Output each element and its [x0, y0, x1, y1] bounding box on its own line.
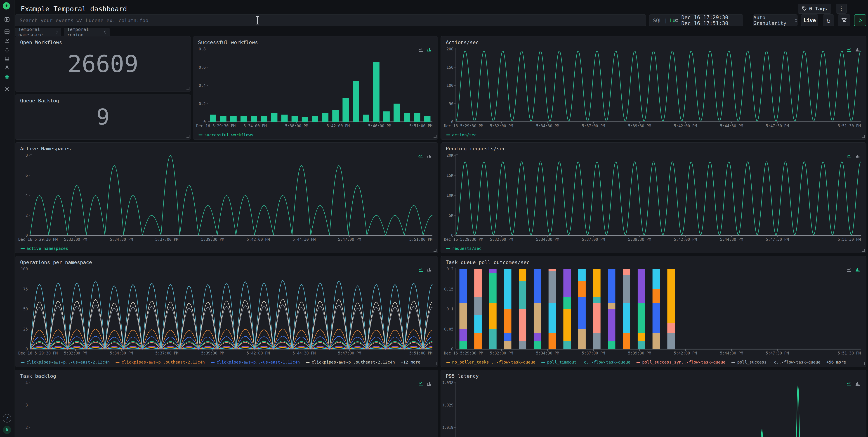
resize-handle[interactable] — [862, 249, 865, 252]
tags-button[interactable]: 0 Tags — [798, 4, 831, 13]
chart-area[interactable]: 00.050.10.150.2Dec 16 5:29:30 PM5:32:00 … — [442, 266, 864, 356]
chart-area[interactable]: 43210 — [17, 380, 436, 437]
bar[interactable] — [302, 117, 308, 122]
legend-item[interactable]: clickpipes-aws-p..-us-east-2.12c4n — [21, 360, 110, 365]
sidebar-item-dashboard-grid[interactable] — [2, 72, 11, 82]
series-line[interactable] — [30, 305, 432, 349]
stacked-bar-segment[interactable] — [667, 333, 675, 349]
sidebar-item-panel-collapse[interactable] — [2, 15, 11, 24]
stacked-bar-segment[interactable] — [459, 341, 467, 349]
bar[interactable] — [261, 116, 267, 122]
stacked-bar-segment[interactable] — [638, 269, 645, 303]
chart-area[interactable]: 0255075100Dec 16 5:29:30 PM5:32:00 PM5:3… — [17, 266, 436, 356]
chart-area[interactable]: 05K10K15K20KDec 16 5:29:30 PM5:32:00 PM5… — [442, 153, 864, 242]
stacked-bar-segment[interactable] — [638, 303, 645, 333]
resize-handle[interactable] — [862, 363, 865, 365]
stacked-bar-segment[interactable] — [519, 269, 526, 281]
stacked-bar-segment[interactable] — [623, 303, 630, 333]
bar[interactable] — [220, 116, 226, 122]
line-chart-toggle-icon[interactable] — [846, 267, 852, 273]
stacked-bar-segment[interactable] — [563, 309, 571, 341]
stacked-bar-segment[interactable] — [653, 303, 660, 333]
stacked-bar-segment[interactable] — [474, 297, 482, 315]
stacked-bar-segment[interactable] — [608, 309, 615, 341]
series-line[interactable] — [30, 329, 432, 349]
stacked-bar-segment[interactable] — [578, 281, 586, 297]
stacked-bar-segment[interactable] — [459, 269, 467, 303]
refresh-button[interactable]: ↻ — [823, 14, 834, 26]
temporal-region-filter[interactable]: Temporal region — [64, 28, 110, 36]
chart-area[interactable]: 00.20.40.60.8Dec 16 5:29:30 PM5:34:00 PM… — [195, 46, 436, 129]
bar-chart-toggle-icon[interactable] — [427, 381, 432, 386]
bar-chart-toggle-icon[interactable] — [855, 154, 860, 159]
legend-item[interactable]: poll_success_syn..-flow-task-queue — [636, 360, 725, 365]
stacked-bar-segment[interactable] — [534, 303, 541, 333]
series-line[interactable] — [30, 155, 432, 235]
legend-more-link[interactable]: +56 more — [827, 360, 846, 365]
stacked-bar-segment[interactable] — [489, 329, 497, 349]
stacked-bar-segment[interactable] — [549, 271, 556, 303]
bar[interactable] — [404, 113, 410, 122]
bar[interactable] — [210, 115, 216, 122]
legend-item[interactable]: successful workflows — [198, 132, 253, 137]
sidebar-item-laptop[interactable] — [2, 54, 11, 63]
stacked-bar-segment[interactable] — [578, 329, 586, 349]
stacked-bar-segment[interactable] — [593, 333, 600, 349]
stacked-bar-segment[interactable] — [474, 269, 482, 297]
stacked-bar-segment[interactable] — [504, 333, 512, 341]
line-chart-toggle-icon[interactable] — [846, 47, 852, 53]
bar[interactable] — [394, 104, 400, 122]
sidebar-item-nodes[interactable] — [2, 63, 11, 72]
stacked-bar-segment[interactable] — [593, 303, 600, 333]
line-chart-toggle-icon[interactable] — [846, 154, 852, 159]
stacked-bar-segment[interactable] — [474, 333, 482, 349]
line-chart-toggle-icon[interactable] — [418, 47, 423, 53]
legend-item[interactable]: no_poller_tasks ..-flow-task-queue — [446, 360, 535, 365]
sidebar-item-gear[interactable] — [2, 85, 11, 94]
search-input[interactable] — [15, 14, 646, 26]
stacked-bar-segment[interactable] — [593, 297, 600, 303]
bar[interactable] — [281, 115, 288, 122]
resize-handle[interactable] — [434, 135, 436, 138]
stacked-bar-segment[interactable] — [549, 269, 556, 271]
bar[interactable] — [291, 116, 298, 122]
stacked-bar-segment[interactable] — [667, 269, 675, 323]
stacked-bar-segment[interactable] — [563, 297, 571, 309]
task-backlog-chart[interactable]: 43210 — [17, 380, 436, 437]
stacked-bar-segment[interactable] — [504, 269, 512, 309]
granularity-select[interactable]: Auto Granularity — [753, 14, 798, 26]
pending-requests-chart[interactable]: 05K10K15K20KDec 16 5:29:30 PM5:32:00 PM5… — [442, 153, 864, 242]
bar-chart-toggle-icon[interactable] — [427, 47, 432, 53]
p95-latency-chart[interactable]: 0.0380.0290.0190.0100 — [442, 380, 864, 437]
stacked-bar-segment[interactable] — [623, 269, 630, 275]
sidebar-item-bell[interactable] — [2, 45, 11, 54]
stacked-bar-segment[interactable] — [459, 303, 467, 329]
bar-chart-toggle-icon[interactable] — [855, 267, 860, 273]
task-queue-poll-outcomes-chart[interactable]: 00.050.10.150.2Dec 16 5:29:30 PM5:32:00 … — [442, 266, 864, 356]
legend-item[interactable]: poll_success · c..-flow-task-queue — [731, 360, 820, 365]
stacked-bar-segment[interactable] — [519, 309, 526, 341]
stacked-bar-segment[interactable] — [519, 281, 526, 309]
chart-area[interactable]: 0.0380.0290.0190.0100 — [442, 380, 864, 437]
resize-handle[interactable] — [862, 135, 865, 138]
chart-area[interactable]: 02468Dec 16 5:29:30 PM5:32:00 PM5:34:30 … — [17, 153, 436, 242]
legend-item[interactable]: action/sec — [446, 132, 476, 137]
stacked-bar-segment[interactable] — [489, 303, 497, 329]
legend-item[interactable]: clickpipes-aws-p..outheast-2.12c4n — [116, 360, 205, 365]
stacked-bar-segment[interactable] — [653, 269, 660, 289]
resize-handle[interactable] — [434, 249, 436, 252]
stacked-bar-segment[interactable] — [667, 323, 675, 333]
bar-chart-toggle-icon[interactable] — [427, 154, 432, 159]
app-logo-icon[interactable] — [3, 2, 10, 9]
bar[interactable] — [383, 112, 390, 122]
resize-handle[interactable] — [186, 135, 189, 138]
line-chart-toggle-icon[interactable] — [846, 381, 852, 386]
bar-chart-toggle-icon[interactable] — [855, 381, 860, 386]
stacked-bar-segment[interactable] — [489, 273, 497, 303]
successful-workflows-chart[interactable]: 00.20.40.60.8Dec 16 5:29:30 PM5:34:00 PM… — [195, 46, 436, 129]
stacked-bar-segment[interactable] — [534, 333, 541, 341]
stacked-bar-segment[interactable] — [563, 269, 571, 297]
stacked-bar-segment[interactable] — [459, 329, 467, 341]
date-range-picker[interactable]: Dec 16 17:29:30 - Dec 16 17:51:30 — [675, 14, 743, 26]
bar[interactable] — [373, 62, 379, 122]
